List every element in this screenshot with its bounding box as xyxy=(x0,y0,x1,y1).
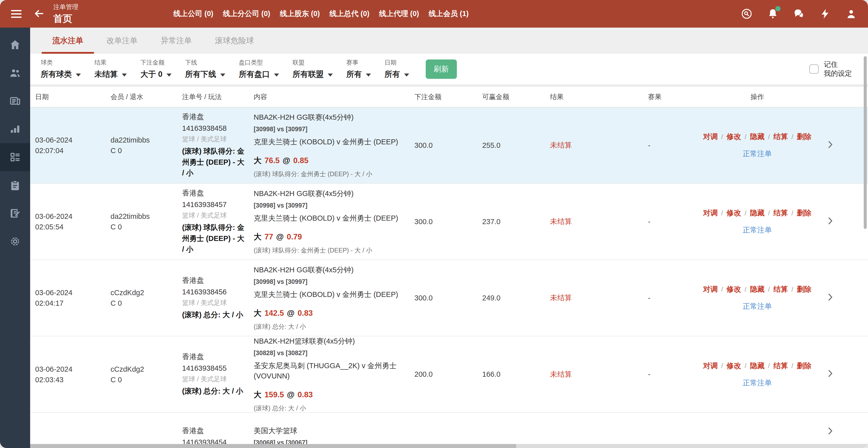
filter-downline-dropdown[interactable]: 下线 所有下线 xyxy=(185,59,225,79)
messages-button[interactable] xyxy=(793,8,805,20)
sidebar-item-home[interactable] xyxy=(0,31,30,59)
filter-label: 下注金额 xyxy=(141,59,172,66)
search-button[interactable] xyxy=(741,8,752,20)
nav-online-shareholder[interactable]: 线上股东 (0) xyxy=(280,9,320,19)
action-settle[interactable]: 结算 xyxy=(773,361,788,371)
normal-bet-link[interactable]: 正常注单 xyxy=(743,301,772,312)
notifications-button[interactable] xyxy=(767,8,779,20)
action-settle[interactable]: 结算 xyxy=(773,208,788,218)
table-row[interactable]: 03-06-2024 02:04:17 cCzdKdg2 C 0 香港盘 141… xyxy=(30,260,868,336)
action-edit[interactable]: 修改 xyxy=(726,132,741,142)
back-button[interactable] xyxy=(33,8,45,20)
chevron-right-icon xyxy=(825,426,835,438)
odds-line: 大77@0.79 xyxy=(254,232,403,242)
app-window: 注单管理 首页 线上公司 (0) 线上分公司 (0) 线上股东 (0) 线上总代… xyxy=(0,0,868,448)
sidebar-item-users[interactable] xyxy=(0,59,30,87)
sidebar-item-stats[interactable] xyxy=(0,115,30,143)
action-swap[interactable]: 对调 xyxy=(703,284,718,294)
nav-online-branch[interactable]: 线上分公司 (0) xyxy=(223,9,271,19)
menu-button[interactable] xyxy=(11,8,22,20)
action-swap[interactable]: 对调 xyxy=(703,132,718,142)
table-row[interactable]: 香港盘 14163938454 美国大学篮球 [30068] vs [30067… xyxy=(30,413,868,448)
tab-flow-bets[interactable]: 流水注单 xyxy=(41,28,95,54)
action-hide[interactable]: 隐藏 xyxy=(750,284,765,294)
filter-result-dropdown[interactable]: 结果 未结算 xyxy=(94,59,127,79)
action-hide[interactable]: 隐藏 xyxy=(750,208,765,218)
chevron-down-icon xyxy=(274,73,279,76)
tab-modified-bets[interactable]: 改单注单 xyxy=(95,28,149,54)
chevron-down-icon xyxy=(166,73,172,76)
action-swap[interactable]: 对调 xyxy=(703,208,718,218)
normal-bet-link[interactable]: 正常注单 xyxy=(743,378,772,388)
filter-date-dropdown[interactable]: 日期 所有 xyxy=(384,59,409,79)
cell-stake: 300.0 xyxy=(414,141,482,150)
row-expand-chevron[interactable] xyxy=(821,369,839,380)
sidebar-item-settings[interactable] xyxy=(0,227,30,256)
filter-match-dropdown[interactable]: 赛事 所有 xyxy=(346,59,371,79)
stats-icon xyxy=(9,123,21,135)
filter-league-dropdown[interactable]: 联盟 所有联盟 xyxy=(292,59,333,79)
remember-settings-checkbox[interactable] xyxy=(809,64,819,74)
action-edit[interactable]: 修改 xyxy=(726,361,741,371)
table-row[interactable]: 03-06-2024 02:05:54 da22timibbs C 0 香港盘 … xyxy=(30,184,868,260)
normal-bet-link[interactable]: 正常注单 xyxy=(743,149,772,159)
top-header: 注单管理 首页 线上公司 (0) 线上分公司 (0) 线上股东 (0) 线上总代… xyxy=(0,0,868,28)
row-expand-chevron[interactable] xyxy=(821,413,839,438)
vertical-scrollbar[interactable] xyxy=(864,56,867,229)
cell-result: 未结算 xyxy=(550,293,648,303)
filter-sport-dropdown[interactable]: 球类 所有球类 xyxy=(41,59,81,79)
action-delete[interactable]: 删除 xyxy=(797,361,811,371)
nav-online-agent[interactable]: 线上代理 (0) xyxy=(379,9,419,19)
action-settle[interactable]: 结算 xyxy=(773,132,788,142)
tab-abnormal-bets[interactable]: 异常注单 xyxy=(149,28,204,54)
row-expand-chevron[interactable] xyxy=(821,139,839,151)
refresh-button[interactable]: 刷新 xyxy=(426,60,457,79)
action-settle[interactable]: 结算 xyxy=(773,284,788,294)
filter-value: 所有盘口 xyxy=(239,69,270,79)
bets-table: 日期 会员 / 退水 注单号 / 玩法 内容 下注金额 可赢金额 结果 赛果 操… xyxy=(30,87,868,448)
horizontal-scrollbar-thumb[interactable] xyxy=(30,444,516,448)
row-expand-chevron[interactable] xyxy=(821,292,839,304)
chevron-down-icon xyxy=(328,73,333,76)
sidebar-item-news[interactable] xyxy=(0,87,30,115)
action-delete[interactable]: 删除 xyxy=(797,208,811,218)
filter-market-type-dropdown[interactable]: 盘口类型 所有盘口 xyxy=(239,59,279,79)
cell-win-amount: 255.0 xyxy=(482,141,550,150)
nav-online-master-agent[interactable]: 线上总代 (0) xyxy=(330,9,370,19)
action-hide[interactable]: 隐藏 xyxy=(750,361,765,371)
cell-bet-number-playtype: 香港盘 14163938458 篮球 / 美式足球 (滚球) 球队得分: 金州勇… xyxy=(182,112,254,179)
table-row[interactable]: 03-06-2024 02:07:04 da22timibbs C 0 香港盘 … xyxy=(30,107,868,184)
tab-live-danger-ball[interactable]: 滚球危险球 xyxy=(204,28,266,54)
sidebar-item-orders[interactable] xyxy=(0,143,30,171)
nav-online-company[interactable]: 线上公司 (0) xyxy=(173,9,214,19)
row-expand-chevron[interactable] xyxy=(821,216,839,228)
filter-bar: 球类 所有球类 结果 未结算 下注金额 大于 0 下线 所有下线 盘口类型 xyxy=(30,54,868,84)
cell-win-amount: 166.0 xyxy=(482,370,550,379)
sidebar-item-tasks[interactable] xyxy=(0,171,30,199)
action-edit[interactable]: 修改 xyxy=(726,208,741,218)
cell-bet-number-playtype: 香港盘 14163938454 xyxy=(182,413,254,448)
filter-value: 所有下线 xyxy=(185,69,216,79)
remember-settings-label: 记住 我的设定 xyxy=(824,60,852,78)
cell-actions: 对调 / 修改 / 隐藏 / 结算 / 删除 正常注单 xyxy=(693,208,821,235)
nav-online-member[interactable]: 线上会员 (1) xyxy=(429,9,469,19)
filter-value: 所有球类 xyxy=(41,69,72,79)
action-swap[interactable]: 对调 xyxy=(703,361,718,371)
cell-content: NBA2K-H2H GG联赛(4x5分钟) [30998] vs [30997]… xyxy=(254,265,414,331)
horizontal-scrollbar[interactable] xyxy=(30,444,868,448)
table-row[interactable]: 03-06-2024 02:03:43 cCzdKdg2 C 0 香港盘 141… xyxy=(30,336,868,413)
odds-line: 大159.5@0.83 xyxy=(254,389,403,400)
sidebar-item-reports[interactable] xyxy=(0,199,30,227)
filter-stake-dropdown[interactable]: 下注金额 大于 0 xyxy=(141,59,172,79)
action-hide[interactable]: 隐藏 xyxy=(750,132,765,142)
lightning-bolt-icon xyxy=(819,8,831,20)
filter-label: 球类 xyxy=(41,59,81,66)
action-delete[interactable]: 删除 xyxy=(797,284,811,294)
action-edit[interactable]: 修改 xyxy=(726,284,741,294)
normal-bet-link[interactable]: 正常注单 xyxy=(743,225,772,235)
col-score: 赛果 xyxy=(648,92,693,101)
cell-actions: 对调 / 修改 / 隐藏 / 结算 / 删除 正常注单 xyxy=(693,413,821,448)
quick-actions-button[interactable] xyxy=(819,8,831,20)
account-button[interactable] xyxy=(845,8,857,20)
action-delete[interactable]: 删除 xyxy=(797,132,811,142)
